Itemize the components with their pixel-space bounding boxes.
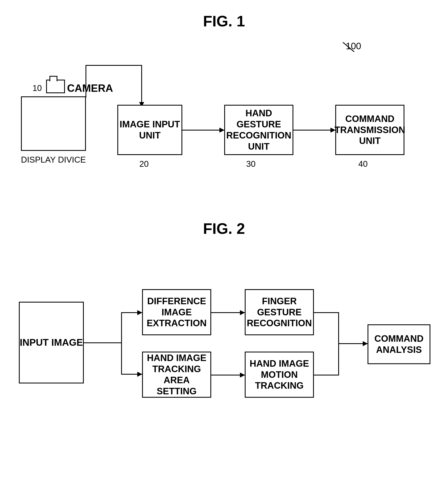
finger-gesture-box: FINGER GESTURE RECOGNITION (245, 289, 314, 335)
arrow-diff-to-finger (211, 312, 245, 313)
arrow-to-image-input (141, 65, 142, 107)
ref-40: 40 (358, 159, 368, 169)
arrow-gesture-to-command (293, 130, 335, 130)
connector-vert-up (86, 65, 86, 97)
fork-main-horiz (84, 342, 121, 343)
connector-horiz-top (86, 65, 142, 66)
arrow-image-to-gesture (182, 130, 224, 130)
display-device (21, 96, 86, 151)
line-motion-right (314, 375, 339, 376)
fork-vert (121, 312, 122, 374)
input-image-box: INPUT IMAGE (19, 302, 84, 384)
display-label: DISPLAY DIVICE (21, 155, 86, 164)
fig1-title: FIG. 1 (0, 13, 448, 30)
fig2-title: FIG. 2 (0, 220, 448, 237)
camera-body (46, 80, 65, 93)
arrow-to-difference (121, 312, 142, 313)
hand-image-tracking-box: HAND IMAGE TRACKING AREA SETTING (142, 352, 211, 398)
ref-30: 30 (246, 159, 256, 169)
hand-gesture-recognition-box: HAND GESTURE RECOGNITION UNIT (224, 105, 293, 155)
line-finger-right (314, 312, 339, 313)
ref-20: 20 (139, 159, 149, 169)
camera-label: CAMERA (67, 82, 113, 94)
arrow-to-command-analysis (338, 343, 368, 344)
arrow-tracking-to-motion (211, 375, 245, 376)
command-analysis-box: COMMAND ANALYSIS (368, 324, 430, 364)
ref-10: 10 (32, 83, 42, 93)
arrow-to-hand-tracking (121, 374, 142, 375)
command-transmission-box: COMMAND TRANSMISSION UNIT (335, 105, 404, 155)
hand-image-motion-box: HAND IMAGE MOTION TRACKING (245, 352, 314, 398)
image-input-unit-box: IMAGE INPUT UNIT (117, 105, 182, 155)
difference-image-box: DIFFERENCE IMAGE EXTRACTION (142, 289, 211, 335)
